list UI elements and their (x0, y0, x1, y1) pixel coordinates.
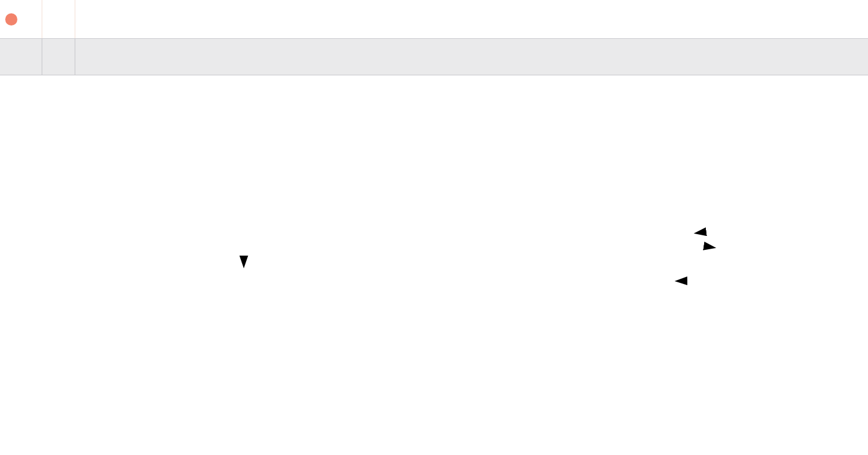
highlight-rect-tens-odd (151, 211, 186, 284)
lottery-trend-page (0, 0, 868, 455)
arrow-left-icon (697, 222, 778, 233)
stats-header-corner (0, 39, 42, 75)
add-row-empty-area (75, 0, 868, 38)
arrow-right-icon (684, 243, 713, 247)
add-icon (5, 13, 17, 26)
arrow-long-left-icon (677, 279, 747, 281)
add-row-button[interactable] (0, 0, 42, 38)
stats-header (0, 38, 868, 75)
highlight-rect-hundreds-even (116, 223, 143, 283)
stats-header-number-col (42, 39, 75, 75)
add-row-number-cell (42, 0, 75, 38)
add-row (0, 0, 868, 38)
trend-grid (0, 0, 868, 75)
